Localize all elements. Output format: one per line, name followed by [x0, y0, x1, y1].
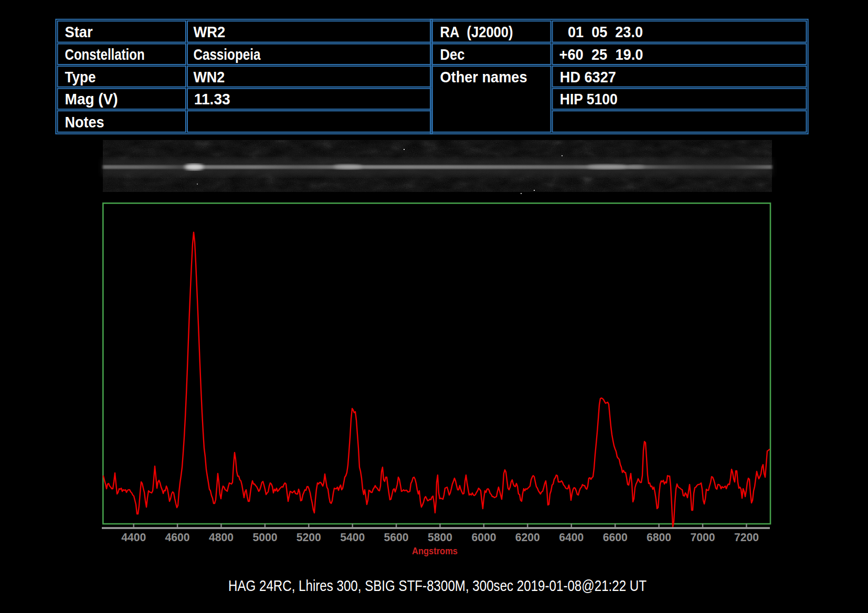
svg-text:HAG 24RC, Lhires 300, SBIG STF: HAG 24RC, Lhires 300, SBIG STF-8300M, 30…	[228, 577, 647, 594]
svg-text:5800: 5800	[428, 531, 452, 544]
svg-text:5600: 5600	[384, 531, 409, 544]
svg-text:7000: 7000	[691, 531, 715, 544]
svg-text:5000: 5000	[252, 531, 277, 544]
svg-text:5400: 5400	[340, 531, 365, 544]
svg-text:6200: 6200	[515, 531, 540, 544]
svg-text:Dec: Dec	[440, 46, 465, 63]
svg-text:HIP 5100: HIP 5100	[560, 90, 618, 107]
svg-text:7200: 7200	[734, 531, 759, 544]
svg-text:RA (J2000): RA (J2000)	[440, 23, 513, 40]
svg-text:6800: 6800	[647, 531, 671, 544]
svg-text:4400: 4400	[121, 531, 146, 544]
svg-text:Other names: Other names	[440, 68, 527, 85]
svg-text:Angstroms: Angstroms	[412, 546, 458, 556]
svg-text:Constellation: Constellation	[65, 46, 145, 63]
svg-text:WN2: WN2	[193, 68, 225, 85]
svg-text:Type: Type	[65, 68, 96, 85]
svg-text:4600: 4600	[165, 531, 190, 544]
svg-text:5200: 5200	[297, 531, 321, 544]
svg-text:WR2: WR2	[193, 23, 225, 40]
svg-text:6000: 6000	[471, 531, 496, 544]
svg-text:01 05 23.0: 01 05 23.0	[568, 23, 643, 40]
svg-text:4800: 4800	[209, 531, 234, 544]
svg-text:HD 6327: HD 6327	[560, 68, 616, 85]
svg-text:Cassiopeia: Cassiopeia	[193, 46, 260, 63]
svg-text:Star: Star	[65, 23, 93, 40]
svg-text:+60 25 19.0: +60 25 19.0	[559, 46, 643, 63]
svg-text:Notes: Notes	[65, 113, 104, 131]
svg-text:11.33: 11.33	[194, 90, 230, 107]
svg-text:Mag (V): Mag (V)	[65, 90, 118, 107]
svg-text:6600: 6600	[603, 531, 628, 544]
svg-text:6400: 6400	[559, 531, 584, 544]
